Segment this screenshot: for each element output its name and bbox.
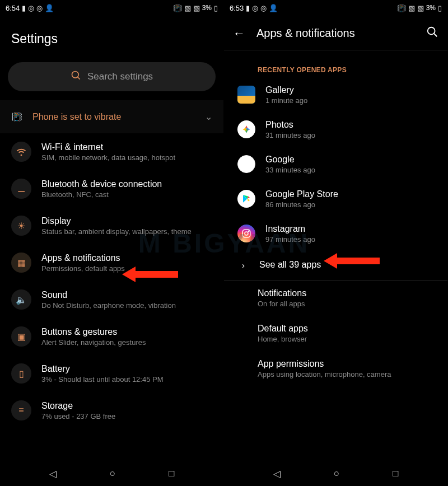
gallery-app-icon <box>237 86 255 104</box>
app-row-instagram[interactable]: Instagram97 minutes ago <box>224 216 447 251</box>
option-notifications[interactable]: Notifications On for all apps <box>224 281 447 316</box>
svg-point-0 <box>72 71 78 78</box>
nav-home-icon[interactable]: ○ <box>110 468 115 479</box>
instagram-notif-icon: ◎ <box>252 4 258 12</box>
settings-item-sound[interactable]: 🔈 SoundDo Not Disturb, earphone mode, vi… <box>0 281 223 318</box>
option-title: Notifications <box>258 288 436 298</box>
item-sub: 7% used - 237 GB free <box>41 412 115 420</box>
sound-icon: 🔈 <box>11 289 31 310</box>
item-title: Buttons & gestures <box>41 327 146 337</box>
vibrate-banner[interactable]: 📳 Phone is set to vibrate ⌄ <box>0 100 223 133</box>
item-sub: Alert Slider, navigation, gestures <box>41 338 146 347</box>
display-icon: ☀ <box>11 216 31 236</box>
item-title: Wi-Fi & internet <box>41 142 175 152</box>
settings-item-display[interactable]: ☀ DisplayStatus bar, ambient display, wa… <box>0 207 223 244</box>
photos-app-icon <box>237 120 255 138</box>
wifi-icon <box>11 142 31 162</box>
item-title: Apps & notifications <box>41 253 125 263</box>
app-row-playstore[interactable]: Google Play Store86 minutes ago <box>224 181 447 216</box>
battery-icon: ▯ <box>438 4 442 12</box>
option-sub: Apps using location, microphone, camera <box>258 370 436 378</box>
item-title: Sound <box>41 290 176 300</box>
settings-item-storage[interactable]: ≡ Storage7% used - 237 GB free <box>0 392 223 429</box>
appbar-title: Apps & notifications <box>256 27 415 40</box>
app-row-google[interactable]: G Google33 minutes ago <box>224 147 447 181</box>
app-name: Gallery <box>265 85 307 95</box>
search-placeholder: Search settings <box>87 71 153 82</box>
no-sim-icon: ▧ <box>417 4 424 12</box>
search-button[interactable] <box>426 26 438 41</box>
banner-text: Phone is set to vibrate <box>32 112 121 122</box>
item-sub: Bluetooth, NFC, cast <box>41 190 162 199</box>
battery-percent: 3% <box>426 4 436 12</box>
section-label: RECENTLY OPENED APPS <box>224 50 447 77</box>
page-title: Settings <box>0 16 223 58</box>
svg-marker-2 <box>122 267 178 282</box>
battery-icon: ▯ <box>11 363 31 384</box>
vibrate-icon: 📳 <box>11 111 22 122</box>
nav-bar: ◁ ○ □ <box>0 461 223 486</box>
item-sub: Status bar, ambient display, wallpapers,… <box>41 227 192 236</box>
svg-point-3 <box>428 27 435 35</box>
svg-point-6 <box>245 232 248 235</box>
svg-point-7 <box>248 231 249 232</box>
instagram-notif-icon: ◎ <box>28 4 34 12</box>
settings-item-gestures[interactable]: ▣ Buttons & gesturesAlert Slider, naviga… <box>0 318 223 355</box>
app-row-photos[interactable]: Photos31 minutes ago <box>224 112 447 147</box>
option-title: Default apps <box>258 324 436 334</box>
search-icon <box>71 70 82 84</box>
settings-item-battery[interactable]: ▯ Battery3% - Should last until about 12… <box>0 355 223 392</box>
playstore-app-icon <box>237 190 255 208</box>
storage-icon: ≡ <box>11 400 31 420</box>
nav-bar: ◁ ○ □ <box>224 461 447 486</box>
app-name: Instagram <box>265 224 315 234</box>
see-all-label: See all 39 apps <box>259 260 321 270</box>
chevron-right-icon: › <box>242 260 245 270</box>
app-name: Google <box>265 155 315 165</box>
clock-time: 6:54 <box>6 4 20 12</box>
settings-screen: 6:54 ▮ ◎ ◎ 👤 📳 ▧ ▧ 3% ▯ Settings Search … <box>0 0 224 486</box>
app-sub: 33 minutes ago <box>265 166 315 174</box>
apps-notifications-screen: 6:53 ▮ ◎ ◎ 👤 📳 ▧ ▧ 3% ▯ ← Apps & notific… <box>224 0 448 486</box>
annotation-arrow <box>122 264 178 284</box>
item-title: Bluetooth & device connection <box>41 179 162 189</box>
item-title: Battery <box>41 364 164 374</box>
option-default-apps[interactable]: Default apps Home, browser <box>224 316 447 351</box>
item-sub: 3% - Should last until about 12:45 PM <box>41 375 164 384</box>
no-sim-icon: ▧ <box>193 4 200 12</box>
app-name: Google Play Store <box>265 189 338 199</box>
settings-item-bluetooth[interactable]: ⚊ Bluetooth & device connectionBluetooth… <box>0 170 223 207</box>
item-sub: SIM, mobile network, data usage, hotspot <box>41 153 175 162</box>
app-sub: 31 minutes ago <box>265 131 315 139</box>
battery-icon: ▯ <box>214 4 218 12</box>
app-row-gallery[interactable]: Gallery1 minute ago <box>224 77 447 112</box>
nav-back-icon[interactable]: ◁ <box>273 468 281 480</box>
battery-percent: 3% <box>202 4 212 12</box>
svg-line-4 <box>434 34 437 37</box>
settings-item-wifi[interactable]: Wi-Fi & internetSIM, mobile network, dat… <box>0 133 223 170</box>
svg-line-1 <box>77 77 80 79</box>
nav-recent-icon[interactable]: □ <box>169 468 174 479</box>
settings-item-apps[interactable]: ▦ Apps & notificationsPermissions, defau… <box>0 244 223 281</box>
search-input[interactable]: Search settings <box>8 62 216 91</box>
nav-back-icon[interactable]: ◁ <box>49 468 57 480</box>
item-title: Display <box>41 216 192 226</box>
back-button[interactable]: ← <box>233 26 245 41</box>
gestures-icon: ▣ <box>11 326 31 347</box>
settings-list: Wi-Fi & internetSIM, mobile network, dat… <box>0 133 223 461</box>
bluetooth-icon: ⚊ <box>11 179 31 199</box>
option-app-permissions[interactable]: App permissions Apps using location, mic… <box>224 351 447 386</box>
nav-home-icon[interactable]: ○ <box>334 468 339 479</box>
item-title: Storage <box>41 401 115 411</box>
apps-icon: ▦ <box>11 253 31 273</box>
status-bar: 6:54 ▮ ◎ ◎ 👤 📳 ▧ ▧ 3% ▯ <box>0 0 223 16</box>
app-sub: 86 minutes ago <box>265 200 338 209</box>
vibrate-icon: 📳 <box>173 4 182 12</box>
app-name: Photos <box>265 120 315 130</box>
annotation-arrow <box>324 251 380 271</box>
item-sub: Permissions, default apps <box>41 264 125 273</box>
person-icon: 👤 <box>45 4 54 12</box>
app-sub: 1 minute ago <box>265 96 307 105</box>
clock-time: 6:53 <box>230 4 244 12</box>
nav-recent-icon[interactable]: □ <box>393 468 398 479</box>
